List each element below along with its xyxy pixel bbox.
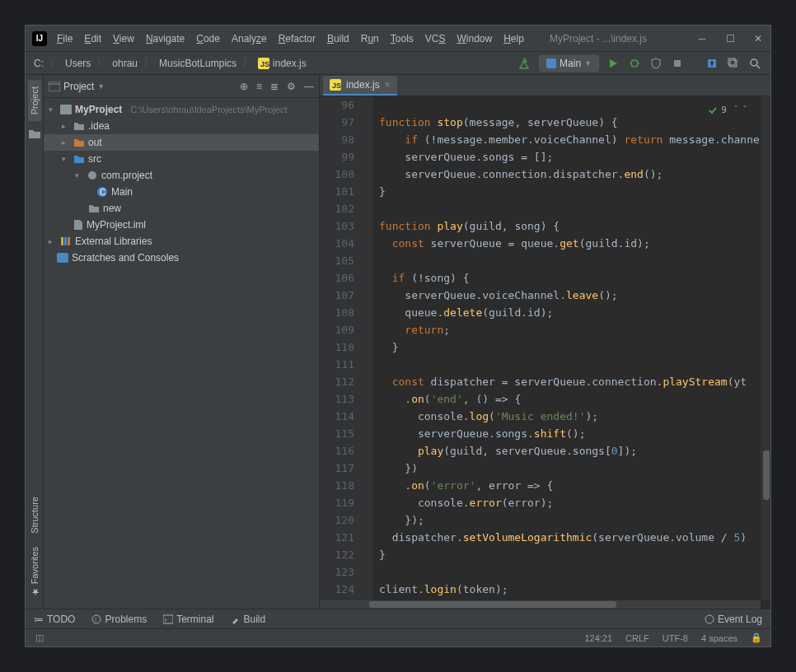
crumb-users[interactable]: Users [65, 58, 91, 69]
tree-new[interactable]: new [44, 200, 319, 217]
coverage-button[interactable] [649, 56, 663, 71]
close-button[interactable]: ✕ [752, 33, 764, 44]
svg-rect-12 [730, 60, 737, 67]
minimize-button[interactable]: ─ [696, 33, 708, 44]
file-encoding[interactable]: UTF-8 [663, 633, 688, 643]
structure-tool-tab[interactable]: Structure [28, 490, 41, 540]
event-log-tool[interactable]: Event Log [705, 614, 762, 625]
stop-button[interactable] [670, 56, 685, 71]
menu-navigate[interactable]: Navigate [146, 33, 185, 44]
horizontal-scrollbar[interactable] [320, 600, 761, 609]
breadcrumb: C:〉 Users〉 ohrau〉 MusicBotLumpics〉 JS in… [34, 56, 307, 70]
hide-icon[interactable]: — [304, 81, 314, 92]
navigation-bar: C:〉 Users〉 ohrau〉 MusicBotLumpics〉 JS in… [26, 52, 770, 75]
editor-area: JS index.js × 96979899100101102103104105… [320, 75, 770, 609]
source-text[interactable]: function stop(message, serverQueue) { if… [372, 96, 770, 609]
js-file-icon: JS [330, 79, 341, 91]
menu-edit[interactable]: Edit [84, 33, 101, 44]
tool-windows-icon[interactable]: ◫ [35, 632, 44, 643]
expand-all-icon[interactable]: ≡ [256, 81, 262, 92]
maximize-button[interactable]: ☐ [724, 33, 736, 44]
menu-help[interactable]: Help [503, 33, 524, 44]
vertical-scrollbar[interactable] [761, 96, 770, 600]
check-icon [708, 105, 718, 115]
svg-rect-24 [68, 237, 70, 245]
tree-scratches[interactable]: Scratches and Consoles [44, 250, 319, 266]
folder-icon [88, 203, 100, 213]
menu-run[interactable]: Run [361, 33, 379, 44]
svg-rect-23 [64, 237, 67, 245]
search-everywhere-button[interactable] [747, 56, 762, 71]
run-config-label: Main [560, 58, 581, 69]
left-tool-strip: Project Structure ★ Favorites [26, 75, 44, 609]
svg-rect-10 [674, 60, 681, 67]
menu-file[interactable]: File [57, 33, 73, 44]
bookmarks-tool-icon[interactable] [28, 128, 41, 139]
line-gutter[interactable]: 9697989910010110210310410510610710810911… [320, 96, 361, 609]
editor-tab-indexjs[interactable]: JS index.js × [323, 76, 397, 96]
tree-package[interactable]: ▾ com.project [44, 167, 319, 184]
collapse-all-icon[interactable]: ≣ [270, 81, 279, 92]
menu-analyze[interactable]: Analyze [232, 33, 267, 44]
svg-text:!: ! [95, 616, 96, 623]
project-tool-tab[interactable]: Project [28, 80, 41, 121]
crumb-ohrau[interactable]: ohrau [112, 58, 138, 69]
caret-position[interactable]: 124:21 [584, 633, 612, 643]
locate-icon[interactable]: ⊕ [240, 81, 248, 92]
source-folder-icon [73, 154, 85, 164]
tree-external-libs[interactable]: ▸ External Libraries [44, 233, 319, 250]
editor-tab-label: index.js [346, 79, 380, 91]
code-editor[interactable]: 9697989910010110210310410510610710810911… [320, 96, 770, 609]
crumb-project[interactable]: MusicBotLumpics [159, 58, 236, 69]
scratch-icon [57, 253, 68, 263]
svg-text:JS: JS [260, 60, 269, 68]
svg-rect-25 [57, 253, 68, 263]
ide-settings-button[interactable] [726, 56, 741, 71]
build-tool[interactable]: Build [231, 614, 266, 625]
crumb-file[interactable]: index.js [273, 58, 307, 69]
settings-icon[interactable]: ⚙ [287, 81, 296, 92]
app-logo: IJ [32, 31, 47, 46]
tree-root[interactable]: ▾ MyProject C:\Users\ohrau\IdeaProjects\… [44, 101, 319, 118]
project-sidebar-title[interactable]: Project [63, 81, 94, 92]
debug-button[interactable] [627, 56, 642, 71]
svg-point-14 [751, 59, 757, 66]
tree-iml[interactable]: MyProject.iml [44, 217, 319, 233]
project-view-icon [49, 82, 60, 91]
main-menu: File Edit View Navigate Code Analyze Ref… [57, 33, 524, 44]
tree-out[interactable]: ▸ out [44, 134, 319, 151]
readonly-lock-icon[interactable]: 🔒 [751, 632, 762, 643]
menu-vcs[interactable]: VCS [425, 33, 446, 44]
problems-tool[interactable]: ! Problems [91, 614, 147, 625]
menu-build[interactable]: Build [327, 33, 349, 44]
favorites-tool-tab[interactable]: ★ Favorites [27, 540, 41, 604]
svg-point-19 [88, 171, 96, 180]
tool-window-bar: ≔ TODO ! Problems Terminal Build Event L… [26, 609, 770, 628]
class-icon: C [96, 186, 108, 198]
run-config-selector[interactable]: Main ▼ [539, 55, 599, 72]
menu-code[interactable]: Code [196, 33, 220, 44]
menu-tools[interactable]: Tools [391, 33, 414, 44]
todo-tool[interactable]: ≔ TODO [34, 614, 75, 625]
fold-gutter[interactable] [361, 96, 372, 609]
git-button[interactable] [705, 56, 719, 71]
crumb-c[interactable]: C: [34, 58, 44, 69]
menu-refactor[interactable]: Refactor [279, 33, 316, 44]
tree-main[interactable]: C Main [44, 184, 319, 200]
run-button[interactable] [606, 56, 620, 71]
line-separator[interactable]: CRLF [625, 633, 649, 643]
inspection-badge[interactable]: 9 ˆ ˇ [708, 101, 747, 119]
tree-src[interactable]: ▾ src [44, 151, 319, 167]
build-button[interactable] [517, 56, 532, 71]
folder-icon [73, 121, 85, 131]
indent-setting[interactable]: 4 spaces [701, 633, 737, 643]
menu-window[interactable]: Window [457, 33, 492, 44]
tree-idea[interactable]: ▸ .idea [44, 118, 319, 134]
menu-view[interactable]: View [113, 33, 134, 44]
svg-line-15 [756, 65, 760, 68]
svg-rect-13 [728, 58, 735, 65]
package-icon [87, 170, 98, 180]
close-tab-icon[interactable]: × [385, 79, 391, 91]
svg-point-31 [705, 615, 714, 623]
terminal-tool[interactable]: Terminal [163, 614, 213, 625]
